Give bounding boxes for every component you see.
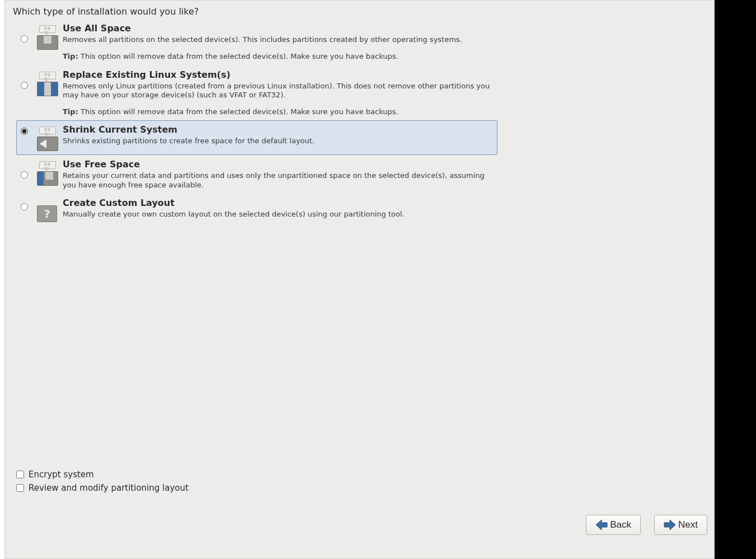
option-replace-linux[interactable]: OS Replace Existing Linux System(s) Remo… [16, 65, 497, 121]
option-shrink[interactable]: OS Shrink Current System Shrinks existin… [16, 120, 497, 155]
drive-icon-use-all-space: OS [31, 23, 63, 50]
drive-icon-replace-linux: OS [31, 69, 63, 96]
radio-use-all-space[interactable] [21, 35, 28, 43]
option-desc: Removes only Linux partitions (created f… [63, 82, 491, 100]
next-button[interactable]: Next [654, 515, 707, 535]
radio-use-free-space[interactable] [21, 171, 28, 178]
option-use-free-space[interactable]: OS Use Free Space Retains your current d… [16, 155, 497, 194]
option-title: Shrink Current System [63, 124, 491, 135]
question-icon: ? [31, 198, 63, 222]
arrow-left-icon [595, 519, 608, 530]
option-tip: Tip: This option will remove data from t… [63, 107, 491, 116]
checkbox-review-label: Review and modify partitioning layout [29, 483, 189, 493]
encrypt-system-row[interactable]: Encrypt system [16, 469, 189, 480]
radio-replace-linux[interactable] [21, 82, 28, 89]
wizard-button-bar: Back Next [586, 515, 707, 535]
extra-options: Encrypt system Review and modify partiti… [16, 469, 189, 496]
review-layout-row[interactable]: Review and modify partitioning layout [16, 483, 189, 493]
checkbox-encrypt-system[interactable] [16, 471, 24, 478]
option-desc: Shrinks existing partitions to create fr… [63, 137, 491, 145]
option-desc: Removes all partitions on the selected d… [63, 35, 491, 44]
option-tip: Tip: This option will remove data from t… [63, 52, 491, 61]
drive-icon-use-free-space: OS [31, 159, 63, 186]
svg-marker-0 [596, 520, 607, 530]
option-title: Use All Space [63, 23, 491, 34]
option-use-all-space[interactable]: OS Use All Space Removes all partitions … [16, 19, 497, 65]
installer-panel: Which type of installation would you lik… [4, 0, 715, 559]
page-title: Which type of installation would you lik… [5, 1, 714, 19]
option-title: Replace Existing Linux System(s) [63, 69, 491, 81]
back-button[interactable]: Back [586, 515, 641, 535]
arrow-right-icon [664, 519, 676, 530]
radio-custom-layout[interactable] [21, 203, 28, 210]
option-title: Create Custom Layout [63, 198, 491, 209]
option-custom-layout[interactable]: ? Create Custom Layout Manually create y… [16, 194, 497, 226]
black-border-right [715, 0, 756, 559]
drive-icon-shrink: OS [31, 124, 63, 151]
option-title: Use Free Space [63, 159, 491, 170]
option-desc: Manually create your own custom layout o… [63, 210, 491, 219]
checkbox-encrypt-label: Encrypt system [29, 469, 94, 480]
svg-marker-1 [664, 520, 675, 530]
checkbox-review-layout[interactable] [16, 484, 24, 492]
radio-shrink[interactable] [21, 128, 28, 135]
next-button-label: Next [678, 519, 698, 530]
back-button-label: Back [610, 519, 631, 530]
installation-type-options: OS Use All Space Removes all partitions … [5, 19, 508, 226]
option-desc: Retains your current data and partitions… [63, 171, 491, 190]
